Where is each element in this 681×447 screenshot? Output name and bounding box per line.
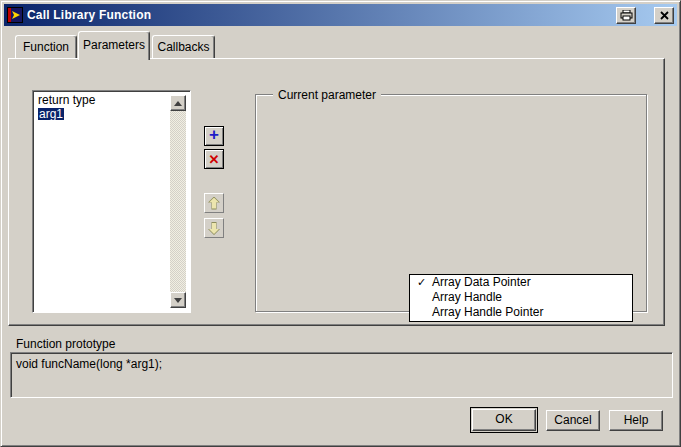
ok-button-face: OK (472, 409, 536, 431)
app-icon (7, 7, 23, 23)
list-item-return-type[interactable]: return type (35, 93, 188, 107)
tab-callbacks-label: Callbacks (157, 40, 209, 54)
dropdown-option-label: Array Handle Pointer (432, 305, 543, 319)
listbox-scrollbar[interactable] (170, 95, 186, 308)
close-icon (660, 11, 669, 20)
remove-parameter-button[interactable]: ✕ (204, 149, 224, 169)
parameter-listbox[interactable]: return type arg1 (32, 90, 191, 313)
close-button[interactable] (654, 7, 674, 24)
move-up-button[interactable] (204, 193, 224, 213)
group-caption: Current parameter (273, 88, 381, 102)
titlebar[interactable]: Call Library Function (4, 4, 677, 26)
scroll-down-button[interactable] (170, 292, 186, 308)
up-arrow-icon (208, 197, 220, 210)
scroll-down-icon (174, 298, 182, 307)
printer-icon (620, 10, 633, 21)
add-parameter-button[interactable]: + (204, 126, 224, 146)
call-library-function-dialog: Call Library Function Function Parameter… (0, 0, 681, 447)
function-prototype-text: void funcName(long *arg1); (16, 357, 162, 371)
tab-callbacks[interactable]: Callbacks (152, 35, 215, 58)
down-arrow-icon (208, 222, 220, 235)
print-button[interactable] (616, 7, 636, 24)
function-prototype-box: void funcName(long *arg1); (10, 352, 673, 398)
tab-parameters[interactable]: Parameters (78, 31, 150, 60)
plus-icon: + (209, 128, 219, 142)
tab-function[interactable]: Function (15, 35, 77, 58)
ok-button[interactable]: OK (470, 407, 538, 433)
scroll-up-button[interactable] (170, 95, 186, 111)
help-button-label: Help (624, 413, 649, 427)
list-item-arg1[interactable]: arg1 (35, 107, 188, 121)
dropdown-option-array-handle-pointer[interactable]: Array Handle Pointer (410, 305, 632, 320)
tab-function-label: Function (23, 40, 69, 54)
tab-parameters-label: Parameters (83, 38, 145, 52)
cancel-button-label: Cancel (554, 413, 591, 427)
dropdown-option-label: Array Data Pointer (432, 275, 531, 289)
help-button[interactable]: Help (609, 410, 663, 431)
list-item-label-selected: arg1 (38, 108, 64, 120)
list-item-label: return type (38, 93, 95, 107)
check-icon: ✓ (417, 275, 426, 290)
dropdown-option-array-handle[interactable]: Array Handle (410, 290, 632, 305)
cancel-button[interactable]: Cancel (546, 410, 600, 431)
array-format-dropdown: ✓ Array Data Pointer Array Handle Array … (409, 274, 633, 322)
dropdown-option-label: Array Handle (432, 290, 502, 304)
dropdown-option-array-data-pointer[interactable]: ✓ Array Data Pointer (410, 275, 632, 290)
function-prototype-label: Function prototype (16, 337, 115, 351)
scroll-up-icon (174, 97, 182, 106)
window-title: Call Library Function (27, 8, 614, 22)
move-down-button[interactable] (204, 218, 224, 238)
x-icon: ✕ (209, 153, 220, 166)
